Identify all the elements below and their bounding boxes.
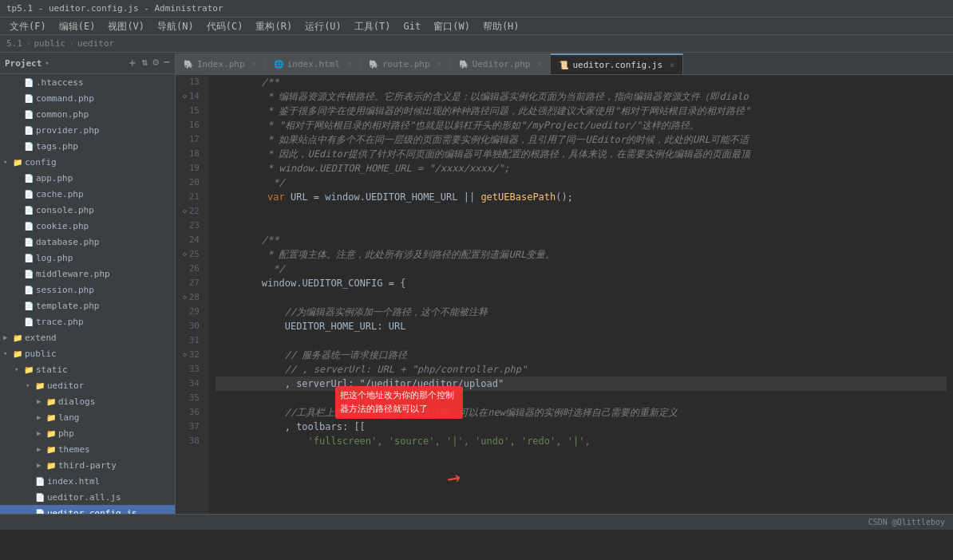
tree-item[interactable]: 📄log.php bbox=[0, 250, 175, 266]
tab[interactable]: 🐘Index.php× bbox=[176, 53, 266, 74]
tree-item[interactable]: 📄database.php bbox=[0, 234, 175, 250]
menu-item[interactable]: Git bbox=[397, 18, 428, 35]
line-number: 31 bbox=[176, 333, 204, 348]
tree-item[interactable]: 📄ueditor.config.js bbox=[0, 505, 175, 514]
sidebar: Project ▾ ＋⇅⚙− 📄.htaccess📄command.php📄co… bbox=[0, 53, 176, 514]
tab-close-button[interactable]: × bbox=[252, 60, 257, 69]
sidebar-title: Project bbox=[5, 58, 42, 69]
menu-item[interactable]: 帮助(H) bbox=[476, 18, 526, 35]
tab-close-button[interactable]: × bbox=[670, 61, 674, 69]
code-token: * 如果站点中有多个不在同一层级的页面需要实例化编辑器，且引用了同一UEdito… bbox=[267, 132, 749, 147]
tree-item[interactable]: 📄index.html bbox=[0, 473, 175, 489]
line-number: 23 bbox=[176, 219, 204, 233]
menu-item[interactable]: 代码(C) bbox=[200, 18, 250, 35]
tree-item[interactable]: 📄session.php bbox=[0, 282, 175, 298]
gear-icon[interactable]: ⚙ bbox=[152, 56, 159, 70]
tree-item[interactable]: 📄cache.php bbox=[0, 186, 175, 202]
code-token: */ bbox=[267, 262, 285, 276]
folder-arrow-icon: ▶ bbox=[37, 397, 46, 405]
file-icon: 📄 bbox=[24, 126, 34, 135]
line-number: ◇32 bbox=[176, 348, 204, 362]
breadcrumb-part[interactable]: 5.1 bbox=[6, 38, 22, 49]
tab[interactable]: 🌐index.html× bbox=[266, 53, 361, 74]
tab-close-button[interactable]: × bbox=[347, 60, 352, 69]
tree-item[interactable]: 📄ueditor.all.js bbox=[0, 489, 175, 505]
tree-item[interactable]: 📄middleware.php bbox=[0, 266, 175, 282]
file-icon: 📁 bbox=[24, 365, 34, 374]
line-number: 18 bbox=[176, 147, 204, 161]
tree-item-label: .htaccess bbox=[36, 77, 84, 88]
menu-item[interactable]: 窗口(W) bbox=[427, 18, 476, 35]
menu-bar: 文件(F)编辑(E)视图(V)导航(N)代码(C)重构(R)运行(U)工具(T)… bbox=[0, 18, 953, 35]
tree-item[interactable]: 📄common.php bbox=[0, 106, 175, 122]
code-line: * 如果站点中有多个不在同一层级的页面需要实例化编辑器，且引用了同一UEdito… bbox=[216, 132, 947, 147]
breadcrumb-part[interactable]: public bbox=[34, 38, 66, 49]
code-token: * window.UEDITOR_HOME_URL = "/xxxx/xxxx/… bbox=[267, 161, 509, 175]
line-number: 30 bbox=[176, 319, 204, 333]
line-number: ◇28 bbox=[176, 290, 204, 305]
tab-close-button[interactable]: × bbox=[537, 60, 542, 69]
tree-item[interactable]: 📄tags.php bbox=[0, 138, 175, 154]
tree-item[interactable]: 📄cookie.php bbox=[0, 218, 175, 234]
code-token bbox=[216, 348, 285, 362]
tab[interactable]: 🐘route.php× bbox=[361, 53, 451, 74]
code-token: window bbox=[262, 276, 296, 290]
file-icon: 📁 bbox=[46, 397, 56, 406]
tree-item[interactable]: ▶📁dialogs bbox=[0, 393, 175, 409]
file-icon: 📄 bbox=[35, 477, 45, 486]
tree-item[interactable]: ▾📁ueditor bbox=[0, 377, 175, 393]
tree-item[interactable]: 📄template.php bbox=[0, 298, 175, 314]
file-icon: 📄 bbox=[24, 238, 34, 246]
tree-item[interactable]: ▶📁lang bbox=[0, 409, 175, 425]
tree-item[interactable]: 📄provider.php bbox=[0, 122, 175, 138]
sort-icon[interactable]: ⇅ bbox=[142, 56, 148, 70]
tree-item[interactable]: 📄trace.php bbox=[0, 314, 175, 329]
tree-item[interactable]: 📄command.php bbox=[0, 90, 175, 106]
code-line: , serverUrl: "/ueditor/ueditor/upload" bbox=[216, 377, 947, 391]
breadcrumb-part[interactable]: ueditor bbox=[77, 38, 114, 49]
tree-item[interactable]: 📄console.php bbox=[0, 202, 175, 218]
tree-item[interactable]: ▶📁third-party bbox=[0, 457, 175, 473]
code-line: */ bbox=[216, 262, 947, 276]
code-token: // , serverUrl: URL + "php/controller.ph… bbox=[285, 362, 527, 377]
tab-label: Index.php bbox=[197, 59, 245, 69]
menu-item[interactable]: 视图(V) bbox=[101, 18, 151, 35]
tab[interactable]: 📜ueditor.config.js× bbox=[551, 53, 683, 74]
code-line: * 配置项主体。注意，此处所有涉及到路径的配置别遗漏URL变量。 bbox=[216, 247, 947, 262]
add-icon[interactable]: ＋ bbox=[127, 56, 137, 70]
tab-file-icon: 🐘 bbox=[459, 60, 469, 69]
tab-file-icon: 🌐 bbox=[274, 60, 283, 69]
line-number: 17 bbox=[176, 132, 204, 147]
menu-item[interactable]: 运行(U) bbox=[299, 18, 348, 35]
file-icon: 📄 bbox=[24, 317, 34, 326]
menu-item[interactable]: 导航(N) bbox=[151, 18, 200, 35]
tree-item-label: common.php bbox=[36, 109, 89, 120]
code-token bbox=[216, 405, 285, 420]
code-content[interactable]: /** * 编辑器资源文件根路径。它所表示的含义是：以编辑器实例化页面为当前路径… bbox=[209, 75, 953, 514]
tab[interactable]: 🐘Ueditor.php× bbox=[451, 53, 552, 74]
tab-file-icon: 🐘 bbox=[369, 60, 378, 69]
tab-label: ueditor.config.js bbox=[572, 60, 662, 70]
tree-item[interactable]: ▶📁extend bbox=[0, 329, 175, 345]
collapse-icon[interactable]: − bbox=[164, 56, 170, 70]
tree-item[interactable]: ▶📁themes bbox=[0, 441, 175, 457]
tab-close-button[interactable]: × bbox=[437, 60, 442, 69]
menu-item[interactable]: 工具(T) bbox=[348, 18, 397, 35]
tree-item[interactable]: ▾📁static bbox=[0, 361, 175, 377]
menu-item[interactable]: 重构(R) bbox=[249, 18, 299, 35]
sidebar-header: Project ▾ ＋⇅⚙− bbox=[0, 53, 175, 74]
menu-item[interactable]: 编辑(E) bbox=[53, 18, 102, 35]
line-number: 27 bbox=[176, 276, 204, 290]
tree-item[interactable]: ▾📁public bbox=[0, 345, 175, 361]
code-token: * 鉴于很多同学在使用编辑器的时候出现的种种路径问题，此处强烈建议大家使用"相对… bbox=[267, 104, 750, 118]
tree-item[interactable]: 📄.htaccess bbox=[0, 74, 175, 90]
code-token bbox=[216, 247, 267, 262]
code-token: var bbox=[267, 190, 285, 204]
code-view: 13◇1415161718192021◇222324◇252627◇282930… bbox=[176, 75, 953, 514]
code-token: , toolbars: [[ bbox=[216, 420, 366, 434]
tree-item[interactable]: 📄app.php bbox=[0, 170, 175, 186]
menu-item[interactable]: 文件(F) bbox=[3, 18, 53, 35]
tree-item[interactable]: ▾📁config bbox=[0, 154, 175, 170]
tree-item[interactable]: ▶📁php bbox=[0, 425, 175, 441]
tab-file-icon: 📜 bbox=[559, 61, 568, 69]
